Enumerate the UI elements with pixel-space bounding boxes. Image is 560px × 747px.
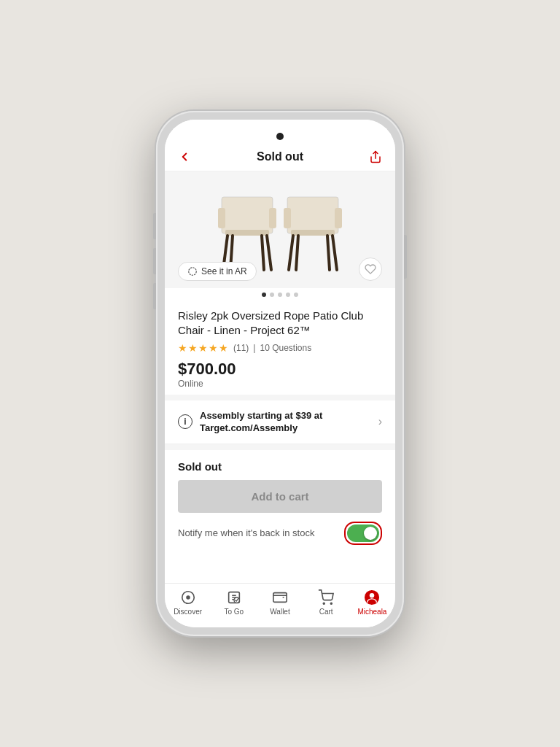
notify-row: Notify me when it's back in stock — [178, 522, 382, 545]
svg-point-26 — [370, 593, 374, 597]
dot-5[interactable] — [294, 293, 298, 297]
dot-4[interactable] — [286, 293, 290, 297]
add-to-cart-button[interactable]: Add to cart — [178, 480, 382, 513]
svg-point-19 — [186, 595, 190, 600]
section-divider-2 — [165, 444, 395, 450]
nav-item-discover[interactable]: Discover — [165, 589, 211, 616]
info-icon: i — [178, 414, 192, 429]
dot-2[interactable] — [270, 293, 274, 297]
phone-screen: Sold out — [165, 120, 395, 627]
price-sublabel: Online — [178, 379, 382, 389]
camera-dot — [276, 133, 284, 140]
nav-label-wallet: Wallet — [270, 608, 289, 616]
wishlist-button[interactable] — [359, 258, 382, 281]
questions-label[interactable]: 10 Questions — [260, 343, 311, 353]
notify-toggle[interactable] — [347, 525, 379, 542]
svg-line-12 — [332, 236, 337, 270]
nav-label-togo: To Go — [224, 608, 244, 616]
nav-item-wallet[interactable]: Wallet — [257, 589, 303, 616]
review-count[interactable]: (11) — [233, 343, 249, 353]
image-dots — [165, 288, 395, 300]
nav-item-account[interactable]: Micheala — [349, 589, 395, 616]
content-spacer — [165, 555, 395, 583]
price: $700.00 — [178, 360, 382, 379]
svg-line-11 — [289, 236, 293, 270]
product-title: Risley 2pk Oversized Rope Patio Club Cha… — [178, 309, 382, 338]
bottom-nav: Discover To Go Wallet — [165, 583, 395, 627]
star-rating[interactable]: ★★★★★ — [178, 342, 229, 354]
svg-point-17 — [189, 268, 197, 276]
svg-line-6 — [262, 236, 264, 270]
svg-line-14 — [327, 236, 330, 270]
cart-area: Sold out Add to cart Notify me when it's… — [165, 450, 395, 555]
svg-line-4 — [267, 236, 271, 270]
svg-line-13 — [296, 236, 298, 270]
product-info: Risley 2pk Oversized Rope Patio Club Cha… — [165, 300, 395, 395]
svg-rect-8 — [269, 208, 276, 228]
nav-label-cart: Cart — [319, 608, 333, 616]
phone-device: Sold out — [156, 111, 404, 636]
section-divider — [165, 395, 395, 400]
top-bar: Sold out — [165, 120, 395, 171]
share-button[interactable] — [360, 150, 382, 163]
ar-label: See it in AR — [201, 266, 247, 276]
togo-icon — [226, 589, 242, 605]
heart-icon — [365, 263, 376, 275]
chevron-right-icon: › — [378, 415, 382, 428]
svg-point-23 — [324, 603, 325, 604]
nav-item-togo[interactable]: To Go — [211, 589, 257, 616]
share-icon — [369, 150, 382, 163]
sold-out-label: Sold out — [178, 460, 382, 473]
notify-text: Notify me when it's back in stock — [178, 527, 314, 538]
svg-rect-15 — [284, 208, 291, 228]
svg-rect-9 — [287, 197, 338, 233]
dot-1[interactable] — [262, 293, 266, 297]
page-title: Sold out — [257, 150, 303, 163]
ar-button[interactable]: See it in AR — [178, 262, 257, 281]
separator: | — [253, 343, 255, 353]
toggle-thumb — [364, 527, 377, 540]
svg-rect-22 — [273, 593, 287, 603]
assembly-row[interactable]: i Assembly starting at $39 at Target.com… — [165, 400, 395, 444]
rating-row: ★★★★★ (11) | 10 Questions — [178, 342, 382, 354]
assembly-text: Assembly starting at $39 at Target.com/A… — [200, 409, 378, 435]
svg-rect-1 — [222, 197, 273, 233]
notify-toggle-wrapper — [344, 522, 382, 545]
svg-rect-16 — [335, 208, 342, 228]
ar-icon — [187, 266, 198, 276]
nav-item-cart[interactable]: Cart — [303, 589, 349, 616]
product-image-area: See it in AR — [165, 171, 395, 288]
wallet-icon — [272, 589, 288, 605]
back-button[interactable] — [178, 150, 200, 163]
cart-icon — [318, 589, 334, 605]
discover-icon — [180, 589, 196, 605]
back-arrow-icon — [178, 150, 191, 163]
account-icon — [364, 589, 380, 605]
nav-label-discover: Discover — [174, 608, 202, 616]
dot-3[interactable] — [278, 293, 282, 297]
nav-label-account: Micheala — [357, 608, 386, 616]
svg-rect-7 — [218, 208, 225, 228]
svg-point-24 — [331, 603, 332, 604]
